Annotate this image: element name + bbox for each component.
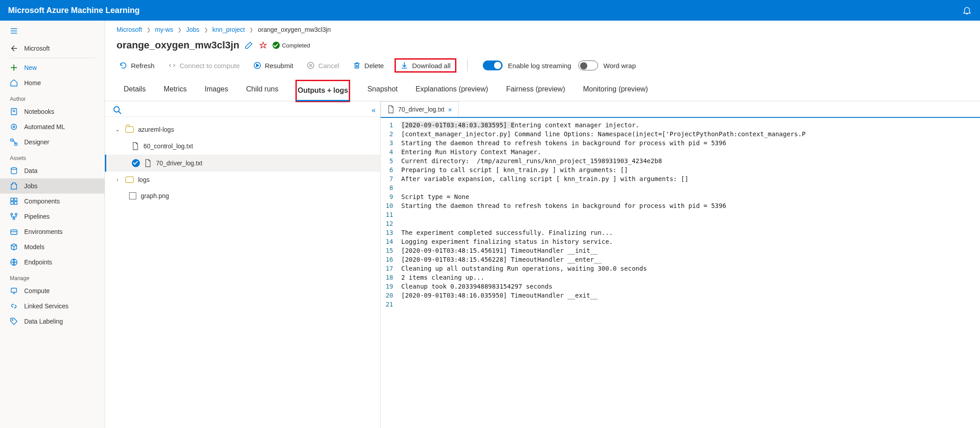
line-text: Cleaning up all outstanding Run operatio… xyxy=(401,264,647,273)
tab-snapshot[interactable]: Snapshot xyxy=(366,80,399,101)
top-bar: Microsoft Azure Machine Learning xyxy=(0,0,980,21)
resubmit-button[interactable]: Resubmit xyxy=(251,59,296,72)
code-line: 19Cleanup took 0.20339488983154297 secon… xyxy=(381,282,980,291)
tree-label: 70_driver_log.txt xyxy=(156,160,203,167)
search-icon[interactable] xyxy=(113,106,122,115)
nav-automl[interactable]: Automated ML xyxy=(0,119,104,134)
tab-metrics[interactable]: Metrics xyxy=(163,80,188,101)
code-line: 4Entering Run History Context Manager. xyxy=(381,147,980,156)
nav-new[interactable]: New xyxy=(0,60,104,75)
code-line: 6Preparing to call script [ knn_train.py… xyxy=(381,165,980,174)
nav-notebooks-label: Notebooks xyxy=(24,108,54,115)
refresh-button[interactable]: Refresh xyxy=(117,59,157,72)
line-number: 12 xyxy=(381,219,401,228)
nav-linked-label: Linked Services xyxy=(24,303,69,310)
nav-notebooks[interactable]: Notebooks xyxy=(0,104,104,119)
nav-environments[interactable]: Environments xyxy=(0,224,104,239)
folder-icon xyxy=(126,177,134,183)
status-text: Completed xyxy=(282,42,310,49)
svg-rect-21 xyxy=(11,230,17,234)
main-area: Microsoft❯ my-ws❯ Jobs❯ knn_project❯ ora… xyxy=(105,21,980,428)
tree-label: azureml-logs xyxy=(138,126,174,133)
download-all-button[interactable]: Download all xyxy=(395,58,456,73)
back-link[interactable]: Microsoft xyxy=(0,41,104,56)
nav-endpoints[interactable]: Endpoints xyxy=(0,255,104,270)
svg-point-8 xyxy=(11,124,17,130)
tree-folder-azureml-logs[interactable]: ⌄azureml-logs xyxy=(105,121,380,138)
nav-models-label: Models xyxy=(24,243,44,251)
nav-components-label: Components xyxy=(24,198,60,205)
tree-file-60[interactable]: 60_control_log.txt xyxy=(105,138,380,155)
hamburger-icon[interactable] xyxy=(0,23,104,41)
nav-designer[interactable]: Designer xyxy=(0,134,104,150)
tab-strip: Details Metrics Images Child runs Output… xyxy=(105,80,980,101)
collapse-pane-icon[interactable]: « xyxy=(372,106,374,114)
tree-file-graph[interactable]: graph.png xyxy=(105,188,380,204)
chevron-down-icon: ⌄ xyxy=(114,126,121,133)
nav-labeling[interactable]: Data Labeling xyxy=(0,314,104,329)
code-line: 5Current directory: /tmp/azureml_runs/kn… xyxy=(381,156,980,165)
editor-tab-label: 70_driver_log.txt xyxy=(398,106,445,113)
nav-jobs[interactable]: Jobs xyxy=(0,178,104,194)
nav-linked[interactable]: Linked Services xyxy=(0,298,104,314)
nav-models[interactable]: Models xyxy=(0,239,104,255)
crumb-3[interactable]: knn_project xyxy=(212,26,245,33)
line-text: [context_manager_injector.py] Command li… xyxy=(401,130,806,138)
code-line: 8 xyxy=(381,183,980,192)
line-number: 19 xyxy=(381,282,401,291)
nav-pipelines[interactable]: Pipelines xyxy=(0,209,104,224)
editor-tab[interactable]: 70_driver_log.txt × xyxy=(381,101,459,117)
svg-point-32 xyxy=(114,107,119,112)
crumb-0[interactable]: Microsoft xyxy=(117,26,142,33)
tab-child-runs[interactable]: Child runs xyxy=(245,80,279,101)
enable-log-streaming-toggle[interactable]: Enable log streaming xyxy=(483,61,571,70)
toggle-label: Enable log streaming xyxy=(508,62,571,69)
line-number: 10 xyxy=(381,201,401,210)
nav-compute[interactable]: Compute xyxy=(0,283,104,298)
crumb-2[interactable]: Jobs xyxy=(186,26,199,33)
chevron-right-icon: ❯ xyxy=(249,27,253,33)
tab-explanations[interactable]: Explanations (preview) xyxy=(415,80,489,101)
tab-details[interactable]: Details xyxy=(123,80,147,101)
left-nav: Microsoft New Home Author Notebooks Auto… xyxy=(0,21,105,428)
image-icon xyxy=(129,192,136,199)
code-line: 1[2020-09-01T03:48:03.383595] Entering c… xyxy=(381,121,980,130)
nav-components[interactable]: Components xyxy=(0,194,104,209)
tab-monitoring[interactable]: Monitoring (preview) xyxy=(582,80,649,101)
crumb-1[interactable]: my-ws xyxy=(155,26,173,33)
code-line: 7After variable expansion, calling scrip… xyxy=(381,174,980,183)
line-text: Starting the daemon thread to refresh to… xyxy=(401,138,726,147)
notifications-icon[interactable] xyxy=(962,5,972,15)
tab-images[interactable]: Images xyxy=(204,80,229,101)
status-badge: Completed xyxy=(273,42,310,49)
log-viewer[interactable]: 1[2020-09-01T03:48:03.383595] Entering c… xyxy=(381,118,980,428)
chevron-right-icon: ❯ xyxy=(147,27,151,33)
close-icon[interactable]: × xyxy=(448,106,452,113)
svg-point-18 xyxy=(11,213,13,215)
edit-icon[interactable] xyxy=(244,40,254,50)
file-icon xyxy=(144,159,152,167)
svg-point-20 xyxy=(13,218,15,220)
tree-file-70[interactable]: 70_driver_log.txt xyxy=(105,155,380,172)
svg-point-9 xyxy=(13,126,15,128)
nav-pipelines-label: Pipelines xyxy=(24,213,50,220)
svg-line-33 xyxy=(119,112,121,114)
code-line: 182 items cleaning up... xyxy=(381,273,980,282)
delete-button[interactable]: Delete xyxy=(350,59,386,72)
line-number: 17 xyxy=(381,264,401,273)
nav-data[interactable]: Data xyxy=(0,163,104,178)
nav-endpoints-label: Endpoints xyxy=(24,259,52,266)
word-wrap-toggle[interactable]: Word wrap xyxy=(578,61,636,70)
tab-outputs-logs[interactable]: Outputs + logs xyxy=(295,80,350,102)
line-text: [2020-09-01T03:48:15.456191] TimeoutHand… xyxy=(401,246,598,255)
line-number: 5 xyxy=(381,156,401,165)
tab-fairness[interactable]: Fairness (preview) xyxy=(505,80,566,101)
tree-folder-logs[interactable]: ›logs xyxy=(105,172,380,188)
nav-home[interactable]: Home xyxy=(0,75,104,91)
nav-environments-label: Environments xyxy=(24,228,63,235)
code-line: 9Script type = None xyxy=(381,192,980,201)
editor-tab-strip: 70_driver_log.txt × xyxy=(381,101,980,118)
code-line: 12 xyxy=(381,219,980,228)
line-text: Starting the daemon thread to refresh to… xyxy=(401,201,726,210)
favorite-icon[interactable] xyxy=(258,40,268,50)
